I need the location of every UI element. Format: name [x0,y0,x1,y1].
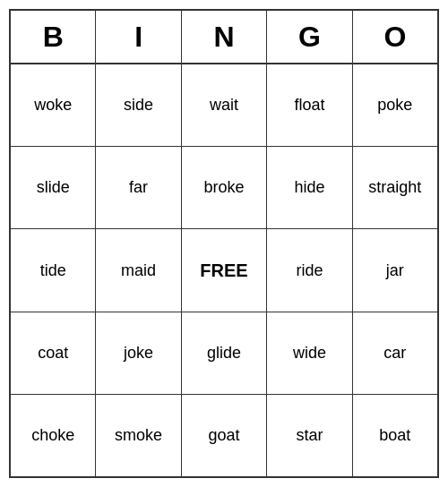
bingo-row-0: wokesidewaitfloatpoke [11,64,437,147]
bingo-row-2: tidemaidFREEridejar [11,229,437,312]
bingo-cell-4-1: smoke [96,395,181,476]
bingo-cell-0-2: wait [182,64,267,146]
bingo-cell-3-1: joke [96,312,181,394]
bingo-cell-2-3: ride [267,229,352,311]
bingo-cell-4-2: goat [182,395,267,476]
bingo-header: BINGO [11,11,437,64]
bingo-cell-3-3: wide [267,312,352,394]
bingo-body: wokesidewaitfloatpokeslidefarbrokehidest… [11,64,437,476]
bingo-cell-0-3: float [267,64,352,146]
bingo-cell-1-0: slide [11,147,96,228]
bingo-cell-0-4: poke [353,64,437,146]
bingo-row-3: coatjokeglidewidecar [11,312,437,395]
bingo-cell-0-1: side [96,64,181,146]
bingo-cell-1-4: straight [353,147,437,228]
bingo-cell-4-0: choke [11,395,96,476]
bingo-card: BINGO wokesidewaitfloatpokeslidefarbroke… [9,9,439,478]
bingo-row-4: chokesmokegoatstarboat [11,395,437,476]
header-letter-G: G [267,11,352,63]
bingo-cell-2-0: tide [11,229,96,311]
header-letter-I: I [96,11,181,63]
bingo-cell-2-1: maid [96,229,181,311]
header-letter-B: B [11,11,96,63]
bingo-cell-3-2: glide [182,312,267,394]
bingo-cell-3-0: coat [11,312,96,394]
header-letter-N: N [182,11,267,63]
bingo-cell-0-0: woke [11,64,96,146]
bingo-cell-1-2: broke [182,147,267,228]
bingo-cell-1-1: far [96,147,181,228]
bingo-cell-1-3: hide [267,147,352,228]
bingo-cell-3-4: car [353,312,437,394]
bingo-cell-2-4: jar [353,229,437,311]
bingo-row-1: slidefarbrokehidestraight [11,147,437,229]
bingo-cell-4-4: boat [353,395,437,476]
bingo-cell-2-2: FREE [182,229,267,311]
header-letter-O: O [353,11,437,63]
bingo-cell-4-3: star [267,395,352,476]
